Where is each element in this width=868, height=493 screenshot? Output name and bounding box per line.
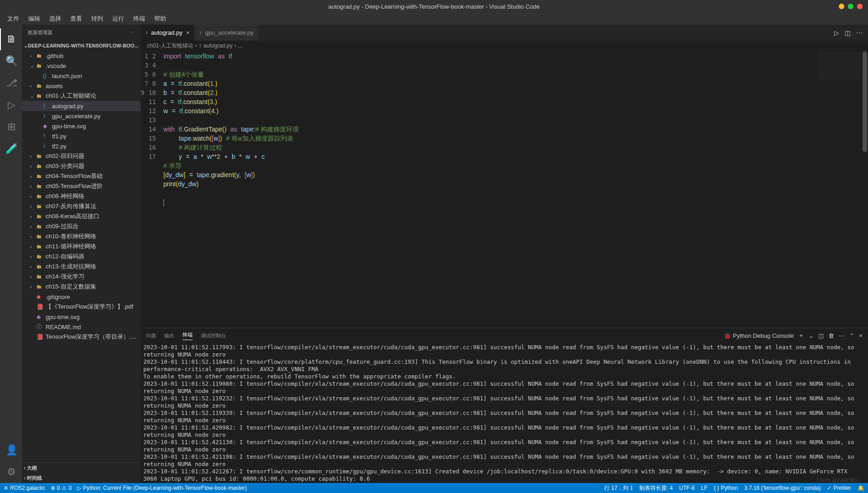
- tree-item[interactable]: ›🖿ch09-过拟合: [22, 221, 141, 231]
- language-mode[interactable]: { } Python: [714, 484, 738, 492]
- close-panel-icon[interactable]: ×: [859, 332, 863, 339]
- window-controls: [839, 4, 863, 9]
- panel-tab[interactable]: 终端: [183, 331, 193, 340]
- tree-item[interactable]: ›🖿ch14-强化学习: [22, 272, 141, 282]
- tree-item[interactable]: ⚕tf2.py: [22, 141, 141, 151]
- tree-item[interactable]: ›🖿ch15-自定义数据集: [22, 282, 141, 292]
- extensions-icon[interactable]: ⊞: [0, 116, 22, 138]
- run-icon[interactable]: ▷: [834, 29, 839, 37]
- menu-编辑[interactable]: 编辑: [25, 14, 44, 24]
- watermark: CSDN @ZARD帧心: [816, 477, 861, 483]
- menu-转到[interactable]: 转到: [88, 14, 107, 24]
- tree-item[interactable]: ⚕gpu_accelerate.py: [22, 111, 141, 121]
- tree-item[interactable]: ⌄🖿.vscode: [22, 61, 141, 71]
- editor-tab[interactable]: ⚕autograd.py×: [141, 25, 194, 41]
- panel-tab[interactable]: 输出: [164, 332, 174, 339]
- terminal[interactable]: 2023-10-01 11:01:52.117993: I tensorflow…: [141, 343, 868, 483]
- more-icon[interactable]: ⋯: [856, 29, 863, 37]
- encoding-indicator[interactable]: UTF-8: [679, 484, 695, 492]
- indent-indicator[interactable]: 制表符长度: 4: [639, 484, 673, 492]
- tree-item[interactable]: ◆gpu-time.svg: [22, 312, 141, 322]
- menubar: 文件编辑选择查看转到运行终端帮助: [0, 13, 868, 25]
- tree-item[interactable]: ›🖿ch02-回归问题: [22, 151, 141, 161]
- sidebar-header: 资源管理器 ⋯: [22, 25, 141, 41]
- tree-item[interactable]: ⓘREADME.md: [22, 322, 141, 332]
- tree-item[interactable]: ›🖿ch06-神经网络: [22, 191, 141, 201]
- account-icon[interactable]: 👤: [0, 439, 22, 461]
- tree-item[interactable]: ›🖿ch10-卷积神经网络: [22, 231, 141, 241]
- run-debug-icon[interactable]: ▷: [0, 94, 22, 116]
- tree-item[interactable]: ›🖿assets: [22, 81, 141, 91]
- code-content[interactable]: import tensorflow as tf # 创建4个张量 a = tf.…: [163, 51, 868, 328]
- menu-选择[interactable]: 选择: [46, 14, 65, 24]
- breadcrumb[interactable]: ch01-人工智能绪论› ⚕autograd.py› ...: [141, 41, 868, 51]
- tree-item[interactable]: ›🖿ch11-循环神经网络: [22, 241, 141, 252]
- close-button[interactable]: [857, 4, 863, 9]
- activity-bar: 🗎 🔍 ⎇ ▷ ⊞ 🧪 👤 ⚙: [0, 25, 22, 483]
- editor-tab[interactable]: ⚕gpu_accelerate.py: [194, 25, 258, 41]
- trash-icon[interactable]: 🗑: [828, 332, 834, 339]
- file-tree: ›🖿.github⌄🖿.vscode{}launch.json›🖿assets⌄…: [22, 51, 141, 462]
- tree-item[interactable]: ⚕tf1.py: [22, 131, 141, 141]
- window-title: autograd.py - Deep-Learning-with-TensorF…: [329, 3, 540, 10]
- menu-文件[interactable]: 文件: [4, 14, 23, 24]
- cursor-position[interactable]: 行 17，列 1: [604, 484, 633, 492]
- timeline-section[interactable]: › 时间线: [22, 473, 141, 483]
- menu-运行[interactable]: 运行: [109, 14, 128, 24]
- tree-item[interactable]: 📕【《TensorFlow深度学习》】.pdf: [22, 302, 141, 312]
- debug-launch[interactable]: ▷ Python: Current File (Deep-Learning-wi…: [77, 485, 247, 491]
- tree-item[interactable]: ›🖿ch03-分类问题: [22, 161, 141, 171]
- maximize-button[interactable]: [848, 4, 853, 9]
- new-terminal-icon[interactable]: ＋: [798, 331, 804, 340]
- eol-indicator[interactable]: LF: [701, 484, 707, 492]
- line-gutter: 1 2 3 4 5 6 7 8 9 10 11 12 13 14 15 16 1…: [141, 51, 163, 328]
- notifications-icon[interactable]: 🔔: [858, 484, 864, 492]
- project-header[interactable]: ⌄DEEP-LEARNING-WITH-TENSORFLOW-BOO...: [22, 41, 141, 51]
- more-icon[interactable]: ⋯: [130, 30, 135, 36]
- sidebar: 资源管理器 ⋯ ⌄DEEP-LEARNING-WITH-TENSORFLOW-B…: [22, 25, 141, 483]
- debug-console-label[interactable]: 🐞 Python Debug Console: [724, 332, 794, 339]
- settings-icon[interactable]: ⚙: [0, 461, 22, 483]
- remote-indicator[interactable]: ✕ ROS2.galactic: [4, 485, 45, 491]
- tree-item[interactable]: ›🖿ch12-自编码器: [22, 252, 141, 262]
- panel-tab[interactable]: 调试控制台: [201, 332, 226, 339]
- problems-indicator[interactable]: ⊗ 0 ⚠ 0: [51, 485, 72, 491]
- tree-item[interactable]: ›🖿ch05-TensorFlow进阶: [22, 181, 141, 191]
- outline-section[interactable]: › 大纲: [22, 463, 141, 473]
- menu-查看[interactable]: 查看: [67, 14, 86, 24]
- tree-item[interactable]: 📕TensorFlow深度学习（带目录）....: [22, 332, 141, 342]
- editor-area: ⚕autograd.py×⚕gpu_accelerate.py▷◫⋯ ch01-…: [141, 25, 868, 483]
- tree-item[interactable]: ›🖿.github: [22, 51, 141, 61]
- split-icon[interactable]: ◫: [845, 29, 851, 37]
- prettier-status[interactable]: ✓ Prettier: [827, 484, 851, 492]
- tree-item[interactable]: ⌄🖿ch01-人工智能绪论: [22, 91, 141, 101]
- panel-tabs: 问题输出终端调试控制台🐞 Python Debug Console＋⌄◫🗑⋯⌃×: [141, 328, 868, 343]
- source-control-icon[interactable]: ⎇: [0, 72, 22, 94]
- maximize-panel-icon[interactable]: ⌃: [849, 332, 854, 339]
- bottom-panel: 问题输出终端调试控制台🐞 Python Debug Console＋⌄◫🗑⋯⌃×…: [141, 328, 868, 483]
- tree-item[interactable]: ⚕autograd.py: [22, 101, 141, 111]
- tree-item[interactable]: {}launch.json: [22, 71, 141, 81]
- search-icon[interactable]: 🔍: [0, 50, 22, 72]
- editor[interactable]: 1 2 3 4 5 6 7 8 9 10 11 12 13 14 15 16 1…: [141, 51, 868, 328]
- tree-item[interactable]: ›🖿ch07-反向传播算法: [22, 201, 141, 211]
- tree-item[interactable]: ›🖿ch13-生成对抗网络: [22, 262, 141, 272]
- scrollbar-vertical[interactable]: [862, 51, 868, 328]
- menu-帮助[interactable]: 帮助: [151, 14, 170, 24]
- python-interpreter[interactable]: 3.7.16 ('tensorflow-gpu': conda): [744, 484, 821, 492]
- minimap[interactable]: [819, 52, 860, 80]
- minimize-button[interactable]: [839, 4, 844, 9]
- menu-终端[interactable]: 终端: [130, 14, 149, 24]
- tree-item[interactable]: ›🖿ch08-Keras高层接口: [22, 211, 141, 221]
- panel-tab[interactable]: 问题: [146, 332, 156, 339]
- tree-item[interactable]: ◆gpu-time.svg: [22, 121, 141, 131]
- explorer-icon[interactable]: 🗎: [0, 28, 22, 50]
- tree-item[interactable]: ›🖿ch04-TensorFlow基础: [22, 171, 141, 181]
- status-bar: ✕ ROS2.galactic ⊗ 0 ⚠ 0 ▷ Python: Curren…: [0, 483, 868, 493]
- chevron-down-icon[interactable]: ⌄: [809, 332, 814, 339]
- more-icon[interactable]: ⋯: [839, 332, 845, 339]
- testing-icon[interactable]: 🧪: [0, 138, 22, 160]
- close-icon[interactable]: ×: [186, 29, 190, 36]
- split-terminal-icon[interactable]: ◫: [818, 332, 824, 339]
- tree-item[interactable]: ◆.gitignore: [22, 292, 141, 302]
